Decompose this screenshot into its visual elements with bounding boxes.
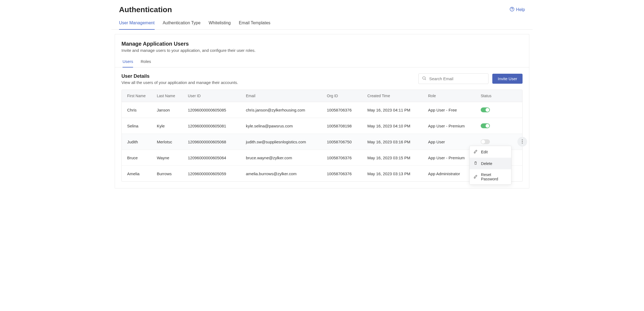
table-row[interactable]: JudithMerlotsc12096000000605068judith.sw… — [122, 134, 522, 150]
svg-point-2 — [423, 77, 425, 79]
col-org-id: Org ID — [327, 94, 367, 98]
col-role: Role — [428, 94, 481, 98]
cell-first-name: Judith — [127, 140, 157, 144]
main-tabs: User Management Authentication Type Whit… — [111, 17, 533, 30]
sub-tab-users[interactable]: Users — [123, 59, 133, 67]
table-row[interactable]: SelinaKyle12096000000605081kyle.selina@p… — [122, 118, 522, 134]
svg-line-3 — [425, 79, 426, 80]
menu-item-edit[interactable]: Edit — [470, 146, 511, 158]
cell-email: amelia.burrows@zylker.com — [246, 171, 327, 176]
cell-user-id: 12096000000605059 — [188, 171, 246, 176]
help-link[interactable]: Help — [510, 7, 525, 13]
menu-item-label: Reset Password — [481, 173, 507, 181]
cell-created-time: May 16, 2023 03:13 PM — [367, 171, 428, 176]
sub-tab-roles[interactable]: Roles — [141, 59, 151, 67]
cell-org-id: 10058706376 — [327, 156, 367, 160]
invite-user-button[interactable]: Invite User — [492, 74, 523, 84]
users-table: First Name Last Name User ID Email Org I… — [121, 90, 523, 182]
menu-item-label: Edit — [481, 150, 488, 154]
details-title: User Details — [121, 73, 238, 79]
menu-item-delete[interactable]: Delete — [470, 158, 511, 169]
menu-item-reset-password[interactable]: Reset Password — [470, 169, 511, 184]
sub-tabs: Users Roles — [115, 54, 529, 67]
cell-user-id: 12096000000605068 — [188, 140, 246, 144]
status-toggle[interactable] — [481, 107, 490, 112]
cell-created-time: May 16, 2023 03:16 PM — [367, 140, 428, 144]
cell-last-name: Merlotsc — [157, 140, 188, 144]
edit-icon — [473, 174, 478, 180]
tab-authentication-type[interactable]: Authentication Type — [163, 21, 201, 29]
cell-org-id: 10058708198 — [327, 124, 367, 128]
more-vertical-icon — [522, 139, 523, 144]
help-label: Help — [516, 7, 525, 12]
menu-item-label: Delete — [481, 161, 492, 166]
cell-email: judith.sw@suppliesnlogistics.com — [246, 140, 327, 144]
tab-email-templates[interactable]: Email Templates — [239, 21, 270, 29]
cell-first-name: Bruce — [127, 156, 157, 160]
svg-point-4 — [522, 139, 523, 140]
cell-status — [481, 139, 517, 144]
cell-status — [481, 123, 517, 128]
cell-email: chris.janson@zylkerhousing.com — [246, 108, 327, 112]
cell-first-name: Chris — [127, 108, 157, 112]
cell-user-id: 12096000000605085 — [188, 108, 246, 112]
search-input[interactable] — [429, 76, 485, 81]
col-first-name: First Name — [127, 94, 157, 98]
cell-user-id: 12096000000605064 — [188, 156, 246, 160]
col-user-id: User ID — [188, 94, 246, 98]
cell-email: bruce.wayne@zylker.com — [246, 156, 327, 160]
search-wrap[interactable] — [418, 73, 489, 84]
section-title: Manage Application Users — [121, 41, 523, 47]
status-toggle[interactable] — [481, 123, 490, 128]
cell-last-name: Kyle — [157, 124, 188, 128]
cell-created-time: May 16, 2023 04:10 PM — [367, 124, 428, 128]
cell-role: App User - Free — [428, 108, 481, 112]
tab-whitelisting[interactable]: Whitelisting — [209, 21, 231, 29]
col-email: Email — [246, 94, 327, 98]
cell-first-name: Amelia — [127, 171, 157, 176]
table-header: First Name Last Name User ID Email Org I… — [122, 90, 522, 102]
table-row[interactable]: ChrisJanson12096000000605085chris.janson… — [122, 102, 522, 118]
cell-role: App User — [428, 140, 481, 144]
help-icon — [510, 7, 514, 13]
row-actions-button[interactable] — [517, 137, 527, 147]
table-row[interactable]: AmeliaBurrows12096000000605059amelia.bur… — [122, 166, 522, 181]
svg-point-6 — [522, 143, 523, 143]
svg-point-1 — [512, 10, 512, 11]
cell-last-name: Wayne — [157, 156, 188, 160]
tab-user-management[interactable]: User Management — [119, 21, 155, 30]
cell-first-name: Selina — [127, 124, 157, 128]
cell-email: kyle.selina@pawsrus.com — [246, 124, 327, 128]
details-subtitle: View all the users of your application a… — [121, 80, 238, 85]
page-title: Authentication — [119, 5, 172, 14]
cell-last-name: Burrows — [157, 171, 188, 176]
cell-user-id: 12096000000605081 — [188, 124, 246, 128]
cell-org-id: 10058706376 — [327, 108, 367, 112]
cell-role: App User - Premium — [428, 124, 481, 128]
cell-last-name: Janson — [157, 108, 188, 112]
cell-status — [481, 107, 517, 112]
cell-org-id: 10058706750 — [327, 140, 367, 144]
cell-created-time: May 16, 2023 04:11 PM — [367, 108, 428, 112]
col-last-name: Last Name — [157, 94, 188, 98]
status-toggle[interactable] — [481, 139, 490, 144]
col-created-time: Created Time — [367, 94, 428, 98]
col-status: Status — [481, 94, 517, 98]
trash-icon — [473, 161, 478, 166]
cell-org-id: 10058706376 — [327, 171, 367, 176]
cell-created-time: May 16, 2023 03:15 PM — [367, 156, 428, 160]
row-context-menu: EditDeleteReset Password — [469, 146, 511, 185]
svg-point-5 — [522, 141, 523, 142]
section-subtitle: Invite and manage users to your applicat… — [121, 48, 523, 53]
search-icon — [422, 76, 429, 82]
edit-icon — [473, 149, 478, 154]
table-row[interactable]: BruceWayne12096000000605064bruce.wayne@z… — [122, 150, 522, 166]
